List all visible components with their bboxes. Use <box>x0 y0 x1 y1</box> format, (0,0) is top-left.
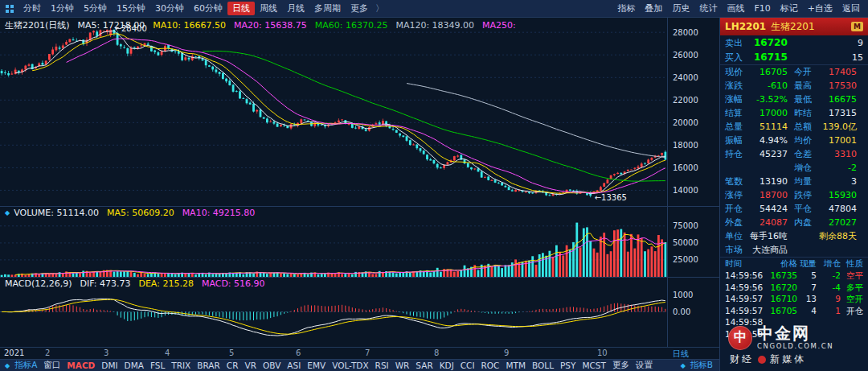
quote-field-label: 涨跌 <box>725 79 743 93</box>
period-tab-多周期[interactable]: 多周期 <box>309 2 346 15</box>
indicator-WR[interactable]: WR <box>392 361 413 370</box>
quote-field-label: 开仓 <box>725 202 743 216</box>
tick-cell-inc: 9 <box>817 293 841 305</box>
quote-field-label: 今开 <box>794 65 812 79</box>
svg-text:50000: 50000 <box>673 238 698 247</box>
indicator-ASI[interactable]: ASI <box>284 361 304 370</box>
indicator-MCST[interactable]: MCST <box>579 361 608 370</box>
period-tab-15分钟[interactable]: 15分钟 <box>112 2 150 15</box>
indicator-OBV[interactable]: OBV <box>260 361 284 370</box>
period-tab-30分钟[interactable]: 30分钟 <box>150 2 189 15</box>
quote-row: 现价16705今开17405 <box>720 65 868 79</box>
menu-grid-icon[interactable] <box>6 5 14 13</box>
period-tab-1分钟[interactable]: 1分钟 <box>46 2 79 15</box>
indicator-MTM[interactable]: MTM <box>502 361 529 370</box>
indicator-MACD[interactable]: MACD <box>63 361 98 370</box>
indicator-PSY[interactable]: PSY <box>557 361 579 370</box>
indicator-设置[interactable]: 设置 <box>633 360 656 371</box>
indicator-BOLL[interactable]: BOLL <box>529 361 557 370</box>
indicator-CR[interactable]: CR <box>223 361 242 370</box>
period-axis-label: 日线 <box>673 348 689 360</box>
toolbar-action-标记[interactable]: 标记 <box>776 2 803 15</box>
tick-row: 14:59:56167207-4多平 <box>720 282 868 294</box>
indicator-KDJ[interactable]: KDJ <box>436 361 457 370</box>
indicator-SAR[interactable]: SAR <box>412 361 436 370</box>
svg-text:75000: 75000 <box>673 221 698 230</box>
indicator-DMA[interactable]: DMA <box>121 361 147 370</box>
indicator-group-a[interactable]: 指标A <box>11 360 40 371</box>
expand-icon[interactable]: ◆ <box>3 362 11 369</box>
macd-panel[interactable]: 10000.00 MACD(12,26,9)DIF: 473.73DEA: 21… <box>0 277 719 347</box>
window-button[interactable]: 窗口 <box>40 360 63 371</box>
expand-icon[interactable]: ◆ <box>679 362 687 369</box>
period-tab-分时[interactable]: 分时 <box>18 2 46 15</box>
bid-row[interactable]: 买入 16715 15 <box>720 50 868 65</box>
tick-cell-nat: 空开 <box>841 293 863 305</box>
quote-field-label: 外盘 <box>725 216 743 229</box>
quote-field-label: 单位 <box>725 229 743 243</box>
indicator-更多[interactable]: 更多 <box>609 360 633 371</box>
period-tab-60分钟[interactable]: 60分钟 <box>189 2 227 15</box>
indicator-TRIX[interactable]: TRIX <box>168 361 194 370</box>
svg-text:14000: 14000 <box>673 186 698 195</box>
quote-row: 开仓54424平仓47804 <box>720 202 868 216</box>
quote-field-label: 增仓 <box>794 161 812 175</box>
indicator-toolbar: ◆指标A窗口MACDDMIDMAFSLTRIXBRARCRVROBVASIEMV… <box>0 359 719 371</box>
tick-row: 14:59:56167355-2空平 <box>720 270 868 282</box>
price-chart-panel[interactable]: 2800026000240002200020000180001600014000… <box>0 18 719 206</box>
indicator-EMV[interactable]: EMV <box>304 361 329 370</box>
tick-cell-price: 16705 <box>765 305 797 317</box>
indicator-BRAR[interactable]: BRAR <box>194 361 223 370</box>
period-tab-周线[interactable]: 周线 <box>255 2 282 15</box>
quote-field-label: 市场 <box>725 243 743 257</box>
quote-field-label: 持仓 <box>725 147 743 161</box>
volume-panel[interactable]: 750005000025000 ◆VOLUME: 51114.00MA5: 50… <box>0 206 719 277</box>
period-tab-5分钟[interactable]: 5分钟 <box>79 2 112 15</box>
quote-row: 笔数13190均量3 <box>720 175 868 188</box>
tick-cell-inc: -2 <box>817 270 841 282</box>
toolbar-action-指标[interactable]: 指标 <box>612 2 640 15</box>
time-axis-label: 7 <box>365 348 370 357</box>
period-tab-日线[interactable]: 日线 <box>227 2 255 15</box>
tick-cell-nat: 多平 <box>841 282 863 294</box>
toolbar-action-画线[interactable]: 画线 <box>722 2 749 15</box>
toolbar-action-+自选[interactable]: +自选 <box>803 2 837 15</box>
quote-field-value: 47804 <box>829 202 857 216</box>
indicator-VR[interactable]: VR <box>242 361 260 370</box>
tick-row: 14:59:5716710139空开 <box>720 293 868 305</box>
toolbar-action-返回[interactable]: 返回 <box>837 2 865 15</box>
tick-header-price: 价格 <box>765 258 797 270</box>
svg-text:1000: 1000 <box>673 291 693 299</box>
indicator-RSI[interactable]: RSI <box>372 361 392 370</box>
quote-field-label: 振幅 <box>725 134 743 147</box>
candlestick-chart[interactable]: 2800026000240002200020000180001600014000… <box>0 18 719 206</box>
indicator-VOL-TDX[interactable]: VOL-TDX <box>329 361 371 370</box>
period-tab-更多[interactable]: 更多 <box>346 2 373 15</box>
tick-cell-nat: 开仓 <box>841 305 863 317</box>
ask-row[interactable]: 卖出 16720 9 <box>720 35 868 50</box>
toolbar-action-叠加[interactable]: 叠加 <box>640 2 667 15</box>
volume-chart[interactable]: 750005000025000 <box>0 206 719 277</box>
main-area: 2800026000240002200020000180001600014000… <box>0 18 868 371</box>
toolbar-action-历史[interactable]: 历史 <box>667 2 694 15</box>
period-tab-月线[interactable]: 月线 <box>282 2 309 15</box>
macd-chart[interactable]: 10000.00 <box>0 277 719 347</box>
time-axis-label: 2021 <box>4 348 24 357</box>
indicator-FSL[interactable]: FSL <box>147 361 168 370</box>
toolbar-action-统计[interactable]: 统计 <box>694 2 722 15</box>
chart-area: 2800026000240002200020000180001600014000… <box>0 18 719 371</box>
tick-cell-time: 14:59:56 <box>725 270 765 282</box>
contract-name: 生猪2201 <box>771 20 815 34</box>
quote-field-value: 3 <box>851 175 857 188</box>
indicator-ROC[interactable]: ROC <box>478 361 503 370</box>
indicator-DMI[interactable]: DMI <box>98 361 121 370</box>
toolbar-action-F10[interactable]: F10 <box>749 2 775 14</box>
quote-field-label: 昨结 <box>794 106 812 120</box>
quote-field-value: 16705 <box>760 65 788 79</box>
collapse-arrow[interactable]: 〉 <box>373 2 387 15</box>
indicator-group-b[interactable]: 指标B <box>687 360 716 371</box>
quote-field-value: 17530 <box>829 79 857 93</box>
indicator-CCI[interactable]: CCI <box>457 361 478 370</box>
quote-field-label: 仓差 <box>794 147 812 161</box>
ask-qty: 9 <box>858 38 863 48</box>
